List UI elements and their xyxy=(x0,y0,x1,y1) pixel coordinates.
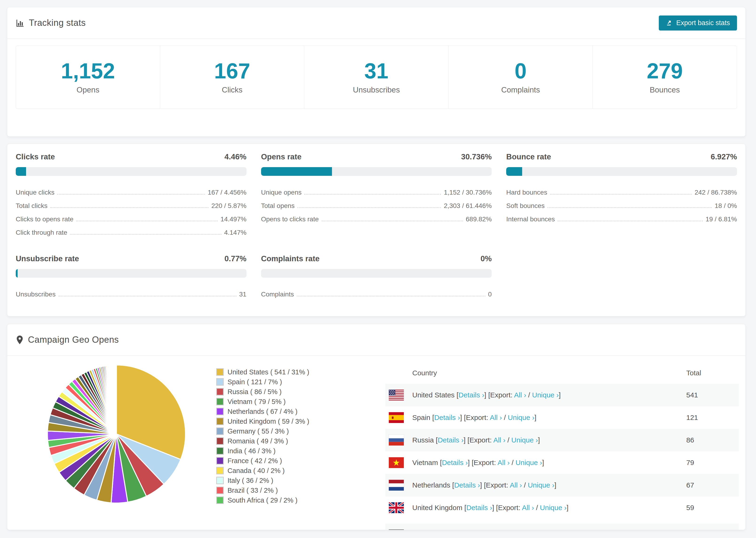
rate-rows: Unique clicks167 / 4.456%Total clicks220… xyxy=(16,183,246,237)
rate-value: 30.736% xyxy=(461,153,492,161)
export-all-link[interactable]: All › xyxy=(514,391,526,399)
stat-label: Unsubscribes xyxy=(353,85,400,94)
bracket-text: ] [Export: xyxy=(484,391,514,399)
total-cell: 86 xyxy=(686,436,694,444)
rate-header: Bounce rate6.927% xyxy=(506,153,737,161)
bracket-text: ] xyxy=(567,504,568,511)
rate-rows: Hard bounces242 / 86.738%Soft bounces18 … xyxy=(506,183,737,223)
legend-item: Brazil ( 33 / 2% ) xyxy=(216,485,309,495)
rate-row-value: 19 / 6.81% xyxy=(706,216,737,223)
rate-row-label: Internal bounces xyxy=(506,216,555,223)
map-pin-icon xyxy=(16,335,24,345)
stat-label: Clicks xyxy=(222,85,243,94)
stat-value: 279 xyxy=(647,60,683,82)
flag-es-icon xyxy=(389,412,404,423)
rate-row-label: Opens to clicks rate xyxy=(261,216,319,223)
rate-row-label: Unsubscribes xyxy=(16,291,56,298)
export-unique-link[interactable]: Unique › xyxy=(508,413,534,421)
rate-row: Total opens2,303 / 61.446% xyxy=(261,196,492,210)
rate-row: Unique clicks167 / 4.456% xyxy=(16,183,246,196)
country-name: Vietnam [ xyxy=(412,459,442,466)
rate-row-label: Total clicks xyxy=(16,202,47,210)
bracket-text: ] [Export: xyxy=(492,504,522,511)
country-name: Russia [ xyxy=(412,436,438,444)
rate-row-value: 220 / 5.87% xyxy=(211,202,246,210)
export-unique-link[interactable]: Unique › xyxy=(512,436,538,444)
total-cell: 121 xyxy=(686,413,698,422)
export-all-link[interactable]: All › xyxy=(493,436,506,444)
legend-item: United Kingdom ( 59 / 3% ) xyxy=(216,416,309,426)
dotted-leader xyxy=(304,194,441,194)
rate-row-value: 31 xyxy=(239,291,246,298)
rate-rows: Complaints0 xyxy=(261,285,492,298)
dotted-leader xyxy=(58,296,237,296)
rate-section-clicks-rate: Clicks rate4.46%Unique clicks167 / 4.456… xyxy=(16,153,246,237)
export-all-link[interactable]: All › xyxy=(490,413,502,421)
export-basic-stats-button[interactable]: Export basic stats xyxy=(659,16,737,30)
legend-label: Germany ( 55 / 3% ) xyxy=(228,427,289,435)
rate-row-label: Unique opens xyxy=(261,189,302,196)
rate-row-label: Clicks to opens rate xyxy=(16,216,74,223)
export-all-link[interactable]: All › xyxy=(510,481,522,489)
separator-text: / xyxy=(522,481,528,489)
country-name: Netherlands [ xyxy=(412,481,454,489)
rate-row: Unique opens1,152 / 30.736% xyxy=(261,183,492,196)
country-column-header: Country xyxy=(412,369,437,377)
rate-section-complaints-rate: Complaints rate0%Complaints0 xyxy=(261,255,492,298)
stat-label: Complaints xyxy=(501,85,540,94)
legend-label: Vietnam ( 79 / 5% ) xyxy=(228,398,286,405)
flag-gb-icon xyxy=(389,502,404,513)
export-all-link[interactable]: All › xyxy=(498,459,510,466)
export-unique-link[interactable]: Unique › xyxy=(532,391,559,399)
legend-swatch xyxy=(216,408,224,415)
country-name: United Kingdom [ xyxy=(412,504,466,511)
stat-box-clicks: 167Clicks xyxy=(160,46,304,109)
legend-swatch xyxy=(216,447,224,455)
dotted-leader xyxy=(50,207,208,208)
rate-header: Opens rate30.736% xyxy=(261,153,492,161)
rate-header: Complaints rate0% xyxy=(261,255,492,262)
total-cell: 79 xyxy=(686,459,694,467)
bracket-text: ] xyxy=(534,413,536,421)
progress-bar xyxy=(506,167,737,176)
country-cell: United Kingdom [Details ›] [Export: All … xyxy=(412,504,568,512)
stat-boxes: 1,152Opens167Clicks31Unsubscribes0Compla… xyxy=(16,45,737,109)
dotted-leader xyxy=(297,296,485,296)
export-unique-link[interactable]: Unique › xyxy=(540,504,567,511)
rate-value: 0.77% xyxy=(225,255,246,262)
rate-row-value: 2,303 / 61.446% xyxy=(444,202,492,210)
country-cell: Vietnam [Details ›] [Export: All › / Uni… xyxy=(412,459,544,467)
details-link[interactable]: Details › xyxy=(466,504,492,511)
legend-item: Italy ( 36 / 2% ) xyxy=(216,476,309,485)
legend-item: Romania ( 49 / 3% ) xyxy=(216,436,309,446)
rate-row: Soft bounces18 / 0% xyxy=(506,196,737,210)
rate-rows: Unsubscribes31 xyxy=(16,285,246,298)
export-unique-link[interactable]: Unique › xyxy=(515,459,542,466)
separator-text: / xyxy=(510,459,515,466)
flag-us-icon xyxy=(389,390,404,401)
legend-item: India ( 46 / 3% ) xyxy=(216,446,309,456)
rates-grid: Clicks rate4.46%Unique clicks167 / 4.456… xyxy=(16,153,737,298)
details-link[interactable]: Details › xyxy=(459,391,484,399)
details-link[interactable]: Details › xyxy=(442,459,468,466)
flag-ru-icon xyxy=(389,435,404,446)
legend-item: France ( 42 / 2% ) xyxy=(216,456,309,466)
page: { "colors": { "accent": "#1792ae", "bar_… xyxy=(0,0,756,538)
legend-label: South Africa ( 29 / 2% ) xyxy=(228,497,297,504)
export-unique-link[interactable]: Unique › xyxy=(528,481,554,489)
progress-bar-fill xyxy=(261,167,332,176)
details-link[interactable]: Details › xyxy=(454,481,480,489)
rate-row: Unsubscribes31 xyxy=(16,285,246,298)
export-button-label: Export basic stats xyxy=(676,19,730,27)
bracket-text: ] xyxy=(538,436,540,444)
rate-section-opens-rate: Opens rate30.736%Unique opens1,152 / 30.… xyxy=(261,153,492,237)
export-all-link[interactable]: All › xyxy=(522,504,534,511)
details-link[interactable]: Details › xyxy=(434,413,460,421)
flag-de-icon xyxy=(389,529,404,530)
details-link[interactable]: Details › xyxy=(438,436,463,444)
total-cell: 59 xyxy=(686,504,694,512)
rate-title: Bounce rate xyxy=(506,153,551,161)
tracking-stats-header: Tracking stats Export basic stats xyxy=(7,7,745,39)
rate-row-value: 18 / 0% xyxy=(715,202,737,210)
legend-label: United States ( 541 / 31% ) xyxy=(228,368,309,376)
